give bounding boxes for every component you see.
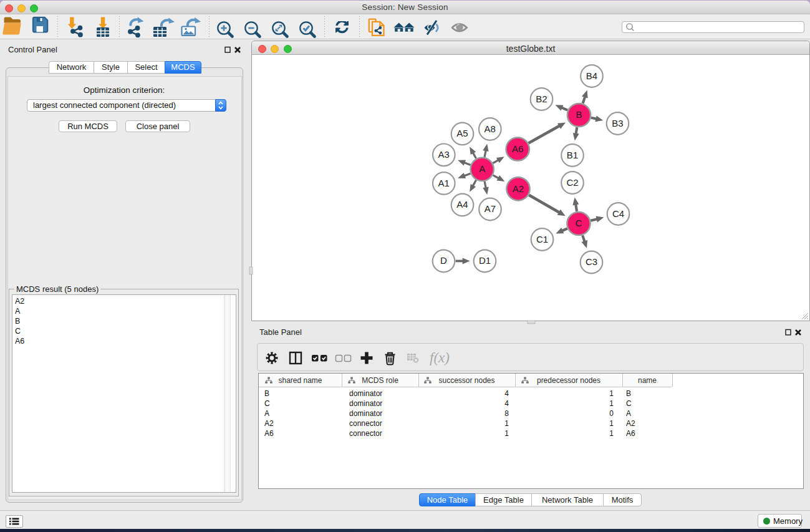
svg-text:A8: A8 [485, 123, 496, 134]
svg-text:B4: B4 [586, 70, 597, 81]
svg-text:C3: C3 [586, 256, 597, 267]
svg-text:A7: A7 [485, 203, 496, 214]
svg-text:D1: D1 [479, 255, 491, 266]
svg-text:f(x): f(x) [430, 350, 450, 365]
svg-text:B2: B2 [536, 94, 547, 104]
svg-text:C: C [576, 218, 582, 228]
svg-text:A2: A2 [513, 183, 524, 194]
svg-text:D: D [440, 255, 447, 266]
svg-text:A6: A6 [512, 143, 523, 154]
svg-text:A: A [479, 163, 485, 174]
svg-text:A1: A1 [438, 178, 450, 188]
svg-text:C2: C2 [566, 177, 578, 188]
svg-text:A3: A3 [438, 149, 450, 160]
svg-text:B1: B1 [567, 150, 578, 160]
svg-text:A5: A5 [456, 128, 468, 138]
svg-text:B3: B3 [612, 118, 623, 128]
svg-text:B: B [576, 109, 582, 120]
svg-text:A4: A4 [456, 199, 468, 210]
svg-text:C4: C4 [612, 208, 624, 219]
svg-text:C1: C1 [536, 234, 548, 244]
